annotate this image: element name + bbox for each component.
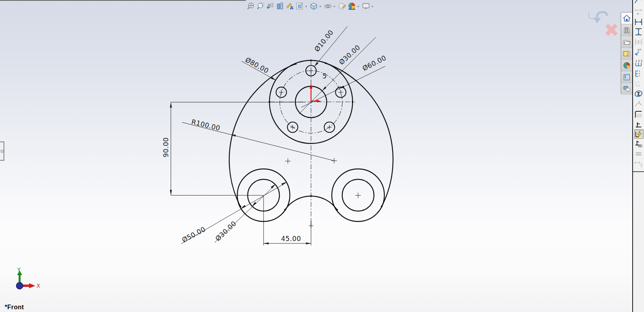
make-driven-dimension-icon[interactable] <box>634 120 643 129</box>
annotation-visibility-icon[interactable]: A <box>285 2 294 11</box>
horizontal-dimension-icon[interactable] <box>634 18 643 26</box>
display-style-icon[interactable] <box>309 2 318 11</box>
heads-up-view-toolbar: A ▼ ▼ ▼ ▼ ▼ <box>246 1 375 11</box>
dim-d10[interactable]: Ø10.00 <box>313 28 335 53</box>
taskpane-tab-resources[interactable] <box>621 13 632 24</box>
svg-text:✱: ✱ <box>637 12 639 16</box>
display-style-dropdown[interactable]: ▼ <box>318 2 322 11</box>
apply-scene-icon[interactable] <box>347 2 356 11</box>
corner-outline <box>589 13 595 19</box>
svg-text:3: 3 <box>638 84 640 87</box>
dim-d90[interactable]: 90.00 <box>162 137 170 157</box>
dim-d45[interactable]: 45.00 <box>281 235 301 243</box>
view-settings-dropdown[interactable]: ▼ <box>371 2 374 11</box>
toolbar-separator <box>633 171 644 172</box>
dim-d60[interactable]: Ø60.00 <box>361 54 387 72</box>
instant2d-icon[interactable] <box>634 129 644 139</box>
svg-text:A: A <box>290 5 294 11</box>
ordinate-dimension-icon[interactable]: 1²³ <box>634 48 643 56</box>
svg-text:1 2: 1 2 <box>635 81 639 84</box>
zoom-to-area-icon[interactable] <box>256 2 265 11</box>
dim-r100[interactable]: R100.00 <box>191 118 221 132</box>
section-view-icon[interactable] <box>275 2 284 11</box>
triad-x-label: X <box>36 283 40 289</box>
dimensions-toolbar: ✱ 1²³ 1 2 3 ¹²³ 1 23 Σ <box>633 0 644 312</box>
dimension-visibility-icon[interactable] <box>634 140 643 148</box>
taskpane-tab-forum[interactable] <box>621 83 632 94</box>
view-orientation-icon[interactable] <box>295 2 304 11</box>
dimension-lines[interactable] <box>171 26 385 245</box>
reference-triad: Y X <box>16 267 41 289</box>
pattern-count-label[interactable]: 5 <box>322 72 327 80</box>
taskpane-tab-appearances[interactable] <box>621 60 632 71</box>
svg-text:Σ: Σ <box>637 91 640 97</box>
svg-text:³: ³ <box>639 75 640 78</box>
auto-insert-dimension-icon[interactable]: Σ <box>634 89 643 98</box>
sketch-canvas[interactable]: 90.00 45.00 Ø10.00 Ø30.00 Ø60.00 Ø80.00 … <box>0 0 644 312</box>
path-length-dimension-icon[interactable] <box>634 100 643 108</box>
svg-text:1 2 3: 1 2 3 <box>635 60 642 63</box>
horizontal-ordinate-icon[interactable]: 1 2 3 <box>634 59 643 67</box>
dim-d50-lug[interactable]: Ø50.00 <box>180 225 207 244</box>
smart-dimension-icon[interactable]: ✱ <box>634 8 643 16</box>
previous-view-icon[interactable] <box>266 2 275 11</box>
apply-scene-dropdown[interactable]: ▼ <box>357 2 360 11</box>
exit-sketch-icon[interactable] <box>594 12 607 24</box>
taskpane-tab-custom-properties[interactable] <box>621 48 632 60</box>
triad-y-label: Y <box>17 267 21 273</box>
hide-show-items-dropdown[interactable]: ▼ <box>333 2 336 11</box>
vertical-ordinate-icon[interactable]: ¹²³ <box>634 69 643 78</box>
dimension-labels[interactable]: 90.00 45.00 Ø10.00 Ø30.00 Ø60.00 Ø80.00 … <box>162 28 387 244</box>
angle-dimension-icon[interactable] <box>634 160 643 169</box>
cancel-sketch-icon[interactable] <box>607 25 616 34</box>
confirmation-corner <box>586 9 625 39</box>
taskpane-tab-design-library[interactable] <box>621 24 632 36</box>
baseline-dimension-icon[interactable] <box>634 38 643 46</box>
orientation-status-label: *Front <box>5 304 24 311</box>
vertical-dimension-icon[interactable] <box>634 27 643 36</box>
edit-appearance-icon[interactable] <box>337 2 346 11</box>
chamfer-dimension-icon[interactable]: 1 23 <box>634 80 643 88</box>
hide-show-items-icon[interactable] <box>323 2 332 11</box>
fully-define-sketch-icon[interactable] <box>634 110 643 119</box>
view-orientation-dropdown[interactable]: ▼ <box>304 2 308 11</box>
tab-dot-icon <box>0 150 4 153</box>
collapsed-feature-manager-tab[interactable] <box>0 141 4 161</box>
taskpane-tab-file-explorer[interactable] <box>621 36 632 48</box>
align-dimensions-icon[interactable] <box>634 150 643 158</box>
spline-tool-icon[interactable] <box>634 0 643 5</box>
view-settings-icon[interactable] <box>361 2 370 11</box>
task-pane-tab-strip <box>621 12 633 94</box>
dim-d80[interactable]: Ø80.00 <box>244 56 270 75</box>
taskpane-tab-view-palette[interactable] <box>621 71 632 83</box>
svg-text:1²³: 1²³ <box>637 49 641 52</box>
center-marks <box>279 68 361 228</box>
zoom-to-fit-icon[interactable] <box>246 2 255 11</box>
